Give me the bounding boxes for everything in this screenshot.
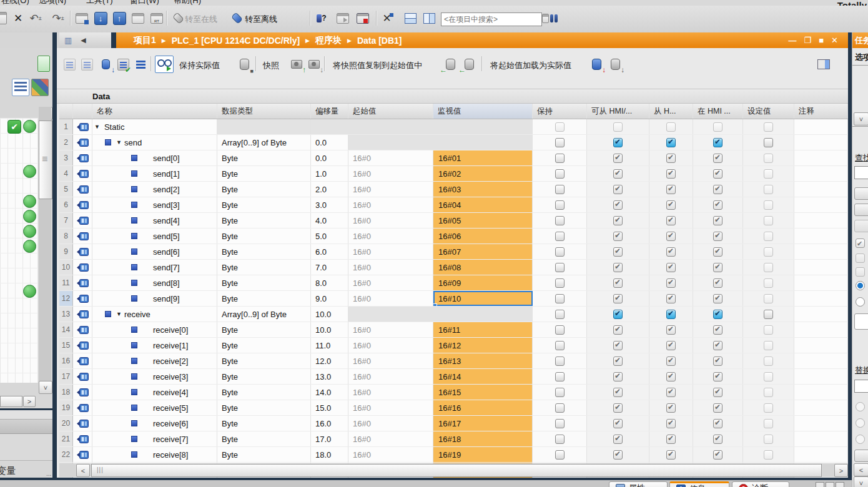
- col-hmi-visible[interactable]: 在 HMI ...: [693, 104, 743, 119]
- row-name-cell[interactable]: ▼ receive[6]: [92, 416, 217, 431]
- start-cpu-icon[interactable]: [130, 10, 146, 26]
- menu-online[interactable]: 在线(O): [1, 0, 29, 6]
- hmi-visible-checkbox[interactable]: [693, 119, 743, 134]
- retain-checkbox[interactable]: [533, 385, 587, 400]
- setpoint-checkbox[interactable]: [743, 385, 794, 400]
- variables-panel-label[interactable]: 变量: [0, 465, 16, 477]
- hmi-accessible-checkbox[interactable]: [587, 244, 649, 259]
- breadcrumb-db[interactable]: Data [DB1]: [357, 36, 402, 46]
- scroll-right-icon[interactable]: ˃: [23, 396, 36, 407]
- lock-db-icon[interactable]: ■: [237, 57, 252, 72]
- setpoint-checkbox[interactable]: [743, 229, 794, 244]
- hmi-visible-checkbox[interactable]: [693, 182, 743, 197]
- project-search-input[interactable]: [441, 12, 542, 26]
- retain-checkbox[interactable]: [533, 166, 587, 181]
- paste-icon[interactable]: [0, 10, 10, 26]
- comment-cell[interactable]: [794, 416, 848, 431]
- collapse-section-icon[interactable]: ˅: [854, 112, 868, 125]
- table-row[interactable]: 5 ▼ send[2] Byte 2.0 16#0 16#03: [59, 182, 848, 197]
- row-name-cell[interactable]: ▼ send[8]: [92, 275, 217, 290]
- minimize-icon[interactable]: —: [789, 36, 797, 45]
- hmi-accessible-checkbox[interactable]: [587, 135, 649, 150]
- insert-row-icon[interactable]: [62, 57, 77, 72]
- table-row[interactable]: 13 ▼ receive Array[0..9] of Byte 10.0: [59, 307, 848, 322]
- comment-cell[interactable]: [794, 244, 848, 259]
- row-name-cell[interactable]: ▼ receive[2]: [92, 353, 217, 368]
- stop-window-icon[interactable]: [355, 10, 371, 26]
- hmi-visible-checkbox[interactable]: [693, 369, 743, 384]
- retain-checkbox[interactable]: [533, 338, 587, 353]
- data-type-cell[interactable]: Byte: [217, 213, 311, 228]
- expand-caret-icon[interactable]: ▼: [116, 311, 122, 317]
- copy-to-start-icon[interactable]: ←: [443, 57, 458, 72]
- retain-checkbox[interactable]: [533, 197, 587, 212]
- data-type-cell[interactable]: Byte: [217, 322, 311, 337]
- comment-cell[interactable]: [794, 213, 848, 228]
- hmi-visible-checkbox[interactable]: [693, 213, 743, 228]
- col-offset[interactable]: 偏移量: [311, 104, 348, 119]
- data-type-cell[interactable]: Byte: [217, 416, 311, 431]
- hmi-visible-checkbox[interactable]: [693, 447, 743, 462]
- comment-cell[interactable]: [794, 322, 848, 337]
- go-offline-plug-icon[interactable]: [229, 10, 245, 26]
- load-start-values-button[interactable]: 将起始值加载为实际值: [490, 60, 571, 71]
- data-type-cell[interactable]: Byte: [217, 182, 311, 197]
- col-datatype[interactable]: 数据类型: [217, 104, 311, 119]
- comment-cell[interactable]: [794, 369, 848, 384]
- edit-check-icon[interactable]: ✔: [116, 57, 131, 72]
- menu-window[interactable]: 窗口(W): [130, 0, 159, 6]
- monitor-all-toggle[interactable]: [155, 56, 174, 73]
- breadcrumb-project[interactable]: 项目1: [134, 35, 156, 46]
- monitor-value-cell[interactable]: 16#13: [433, 353, 533, 368]
- panel-bars-icon[interactable]: ▥: [64, 36, 72, 45]
- row-name-cell[interactable]: ▼ send[5]: [92, 229, 217, 244]
- close-icon[interactable]: ✕: [831, 36, 838, 45]
- table-hscrollbar-thumb[interactable]: [91, 464, 822, 477]
- start-value-cell[interactable]: [348, 307, 433, 322]
- start-value-cell[interactable]: 16#0: [348, 369, 433, 384]
- hmi-visible-checkbox[interactable]: [693, 291, 743, 306]
- hmi-accessible-checkbox[interactable]: [587, 182, 649, 197]
- monitor-value-cell[interactable]: 16#04: [433, 197, 533, 212]
- replace-input[interactable]: [854, 380, 868, 393]
- setpoint-checkbox[interactable]: [743, 431, 794, 446]
- hmi-accessible-checkbox[interactable]: [587, 166, 649, 181]
- comment-cell[interactable]: [794, 166, 848, 181]
- scroll-down-icon[interactable]: ˅: [39, 381, 52, 394]
- table-row[interactable]: 10 ▼ send[7] Byte 7.0 16#0 16#08: [59, 260, 848, 275]
- col-monitor[interactable]: 监视值: [433, 104, 533, 119]
- table-row[interactable]: 2 ▼ send Array[0..9] of Byte 0.0: [59, 135, 848, 150]
- hmi-writable-checkbox[interactable]: [649, 307, 693, 322]
- tab-properties[interactable]: 属性: [609, 481, 668, 487]
- setpoint-checkbox[interactable]: [743, 369, 794, 384]
- detail-view-icon[interactable]: [12, 79, 29, 96]
- left-vscrollbar-thumb[interactable]: [39, 121, 52, 199]
- hmi-accessible-checkbox[interactable]: [587, 213, 649, 228]
- expanded-mode-icon[interactable]: [133, 57, 148, 72]
- table-hscrollbar[interactable]: ˂ ˃: [59, 463, 848, 477]
- table-row[interactable]: 21 ▼ receive[7] Byte 17.0 16#0 16#18: [59, 431, 848, 447]
- row-name-cell[interactable]: ▼ send[6]: [92, 244, 217, 259]
- hmi-accessible-checkbox[interactable]: [587, 322, 649, 337]
- start-value-cell[interactable]: 16#0: [348, 322, 433, 337]
- hmi-accessible-checkbox[interactable]: [587, 353, 649, 368]
- retain-checkbox[interactable]: [533, 416, 587, 431]
- data-type-cell[interactable]: Byte: [217, 369, 311, 384]
- table-row[interactable]: 8 ▼ send[5] Byte 5.0 16#0 16#06: [59, 229, 848, 244]
- hmi-writable-checkbox[interactable]: [649, 135, 693, 150]
- data-type-cell[interactable]: Byte: [217, 338, 311, 353]
- retain-checkbox[interactable]: [533, 275, 587, 290]
- data-type-cell[interactable]: Byte: [217, 385, 311, 400]
- data-type-cell[interactable]: Array[0..9] of Byte: [217, 135, 311, 150]
- replace-button[interactable]: [854, 450, 868, 462]
- start-value-cell[interactable]: 16#0: [348, 447, 433, 462]
- comment-cell[interactable]: [794, 307, 848, 322]
- table-row[interactable]: 3 ▼ send[0] Byte 0.0 16#0 16#01: [59, 150, 848, 166]
- comment-cell[interactable]: [794, 431, 848, 446]
- start-value-cell[interactable]: 16#0: [348, 385, 433, 400]
- hmi-writable-checkbox[interactable]: [649, 119, 693, 134]
- left-hscrollbar-thumb[interactable]: [0, 396, 22, 407]
- hmi-visible-checkbox[interactable]: [693, 275, 743, 290]
- hmi-visible-checkbox[interactable]: [693, 150, 743, 165]
- menu-options[interactable]: 选项(N): [39, 0, 66, 6]
